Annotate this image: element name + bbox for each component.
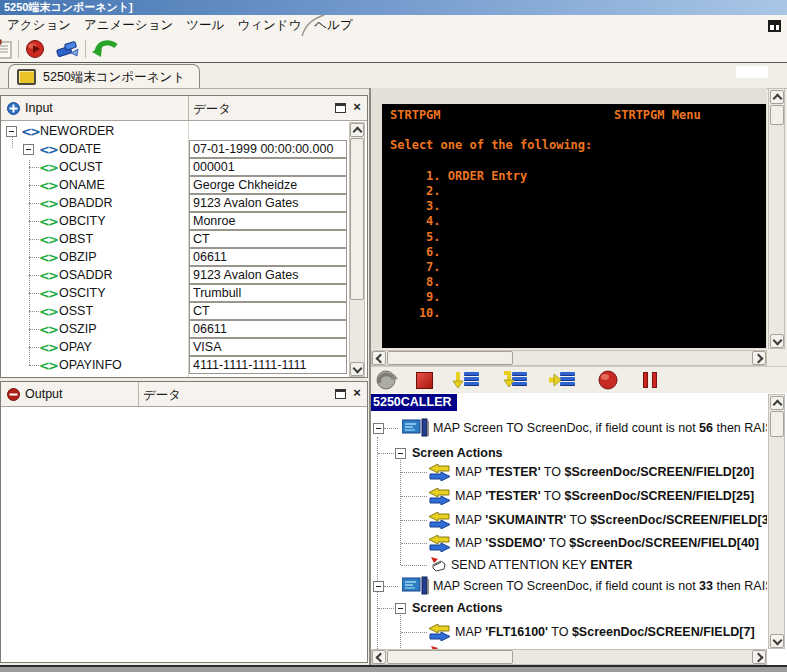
tab-5250-terminal-component[interactable]: 5250端末コンポーネント bbox=[8, 64, 200, 89]
scroll-left-button[interactable] bbox=[372, 351, 386, 365]
value-cell[interactable]: 9123 Avalon Gates bbox=[189, 194, 347, 212]
pause-icon[interactable] bbox=[643, 372, 657, 388]
component-doc-icon[interactable] bbox=[0, 39, 12, 59]
input-data-column-header[interactable]: データ bbox=[193, 101, 231, 118]
restore-panel-icon[interactable] bbox=[335, 389, 346, 399]
value-cell[interactable]: 06611 bbox=[189, 320, 347, 338]
tree-row[interactable]: <>OSADDR9123 Avalon Gates bbox=[1, 266, 348, 284]
tree-connector bbox=[29, 221, 39, 222]
tools-connect-icon[interactable] bbox=[55, 39, 79, 59]
expand-collapse-box[interactable] bbox=[395, 448, 406, 459]
output-panel-header: Output データ × bbox=[1, 382, 367, 407]
value-cell[interactable]: Monroe bbox=[189, 212, 347, 230]
output-data-column-header[interactable]: データ bbox=[143, 387, 181, 404]
value-cell[interactable]: George Chkheidze bbox=[189, 176, 347, 194]
tree-row[interactable]: <>OPAYVISA bbox=[1, 338, 348, 356]
tree-row[interactable]: <>OSCITYTrumbull bbox=[1, 284, 348, 302]
restore-panel-icon[interactable] bbox=[335, 103, 346, 113]
caller-row-map[interactable]: MAP 'SSDEMO' TO $ScreenDoc/SCREEN/FIELD[… bbox=[371, 533, 767, 553]
value-cell[interactable]: 000001 bbox=[189, 158, 347, 176]
caller-row-group[interactable]: Screen Actions bbox=[371, 598, 767, 618]
terminal-tab-icon bbox=[17, 69, 36, 85]
expand-collapse-box[interactable] bbox=[373, 581, 384, 592]
value-cell[interactable]: VISA bbox=[189, 338, 347, 356]
tree-node-label: OCUST bbox=[59, 160, 103, 174]
undo-arrow-icon[interactable] bbox=[92, 39, 118, 59]
scroll-up-button[interactable] bbox=[350, 123, 364, 137]
caller-hscrollbar[interactable] bbox=[371, 649, 767, 665]
stop-button-icon[interactable] bbox=[416, 372, 433, 389]
caller-vscrollbar[interactable] bbox=[768, 394, 785, 649]
caller-row-map[interactable]: MAP 'SKUMAINTR' TO $ScreenDoc/SCREEN/FIE… bbox=[371, 510, 767, 530]
menu-item[interactable]: アニメーション bbox=[84, 17, 173, 34]
column-divider[interactable] bbox=[138, 382, 139, 406]
value-cell[interactable]: 4111-1111-1111-1111 bbox=[189, 356, 347, 374]
expand-collapse-box[interactable] bbox=[23, 144, 34, 155]
scrollbar-thumb[interactable] bbox=[387, 650, 513, 664]
scroll-down-button[interactable] bbox=[770, 634, 784, 648]
tree-connector bbox=[29, 329, 39, 330]
menu-item[interactable]: アクション bbox=[7, 17, 71, 34]
output-panel: Output データ × bbox=[0, 381, 368, 663]
scroll-right-button[interactable] bbox=[752, 351, 766, 365]
tree-row[interactable]: <>OBCITYMonroe bbox=[1, 212, 348, 230]
input-scrollbar[interactable] bbox=[349, 122, 365, 377]
scrollbar-thumb[interactable] bbox=[350, 138, 364, 300]
tree-row[interactable]: <>NEWORDER bbox=[1, 122, 348, 140]
value-cell[interactable]: CT bbox=[189, 230, 347, 248]
terminal-screen[interactable]: STRTPGM STRTPGM Menu Select one of the f… bbox=[382, 104, 766, 348]
value-cell[interactable]: 07-01-1999 00:00:00.000 bbox=[189, 140, 347, 158]
tree-node-label: OSST bbox=[59, 304, 93, 318]
terminal-vscrollbar[interactable] bbox=[768, 88, 785, 349]
terminal-hscrollbar[interactable] bbox=[371, 350, 767, 366]
scroll-down-button[interactable] bbox=[350, 362, 364, 376]
close-panel-icon[interactable]: × bbox=[351, 100, 363, 114]
caller-row-map[interactable]: MAP 'TESTER' TO $ScreenDoc/SCREEN/FIELD[… bbox=[371, 462, 767, 482]
tree-row[interactable]: <>OBSTCT bbox=[1, 230, 348, 248]
close-panel-icon[interactable]: × bbox=[351, 386, 363, 400]
caller-row-screen[interactable]: MAP Screen TO ScreenDoc, if field count … bbox=[371, 418, 767, 438]
tree-row[interactable]: <>OPAYINFO4111-1111-1111-1111 bbox=[1, 356, 348, 374]
caller-row-send[interactable]: SEND ATTENTION KEY ENTER bbox=[371, 555, 767, 575]
tree-row[interactable]: <>OSZIP06611 bbox=[1, 320, 348, 338]
tree-connector bbox=[29, 275, 39, 276]
tree-row[interactable]: <>ODATE07-01-1999 00:00:00.000 bbox=[1, 140, 348, 158]
caller-row-map[interactable]: MAP 'FLT16100' TO $ScreenDoc/SCREEN/FIEL… bbox=[371, 622, 767, 642]
scrollbar-thumb[interactable] bbox=[387, 351, 513, 365]
step-over-icon[interactable] bbox=[501, 371, 527, 389]
scrollbar-thumb[interactable] bbox=[770, 411, 784, 437]
menu-item[interactable]: ウィンドウ bbox=[237, 17, 301, 34]
title-bar[interactable]: 5250端末コンポーネント] bbox=[0, 0, 787, 15]
scroll-down-button[interactable] bbox=[770, 334, 784, 348]
run-disabled-icon[interactable] bbox=[375, 370, 398, 390]
menu-item[interactable]: ツール bbox=[186, 17, 224, 34]
scroll-up-button[interactable] bbox=[770, 90, 784, 104]
caller-row-text: MAP 'SSDEMO' TO $ScreenDoc/SCREEN/FIELD[… bbox=[455, 533, 759, 553]
tree-connector bbox=[29, 160, 30, 365]
window-layout-icon[interactable] bbox=[768, 20, 781, 32]
caller-row-map[interactable]: MAP 'TESTER' TO $ScreenDoc/SCREEN/FIELD[… bbox=[371, 486, 767, 506]
value-cell[interactable]: 9123 Avalon Gates bbox=[189, 266, 347, 284]
value-cell[interactable]: 06611 bbox=[189, 248, 347, 266]
scrollbar-thumb[interactable] bbox=[770, 105, 784, 125]
tree-row[interactable]: <>OSSTCT bbox=[1, 302, 348, 320]
value-cell[interactable]: Trumbull bbox=[189, 284, 347, 302]
step-return-icon[interactable] bbox=[549, 371, 575, 389]
value-cell[interactable]: CT bbox=[189, 302, 347, 320]
caller-row-group[interactable]: Screen Actions bbox=[371, 443, 767, 463]
record-breakpoint-icon[interactable] bbox=[597, 369, 619, 391]
column-divider[interactable] bbox=[188, 96, 189, 120]
scroll-up-button[interactable] bbox=[770, 396, 784, 410]
scroll-right-button[interactable] bbox=[752, 650, 766, 664]
tree-row[interactable]: <>OBADDR9123 Avalon Gates bbox=[1, 194, 348, 212]
scroll-left-button[interactable] bbox=[372, 650, 386, 664]
expand-collapse-box[interactable] bbox=[395, 603, 406, 614]
run-animation-icon[interactable] bbox=[25, 39, 45, 59]
tree-row[interactable]: <>ONAMEGeorge Chkheidze bbox=[1, 176, 348, 194]
caller-row-screen[interactable]: MAP Screen TO ScreenDoc, if field count … bbox=[371, 576, 767, 596]
tree-row[interactable]: <>OCUST000001 bbox=[1, 158, 348, 176]
tree-row[interactable]: <>OBZIP06611 bbox=[1, 248, 348, 266]
caller-row-text: Screen Actions bbox=[412, 598, 503, 618]
expand-collapse-box[interactable] bbox=[373, 423, 384, 434]
step-into-icon[interactable] bbox=[453, 371, 479, 389]
